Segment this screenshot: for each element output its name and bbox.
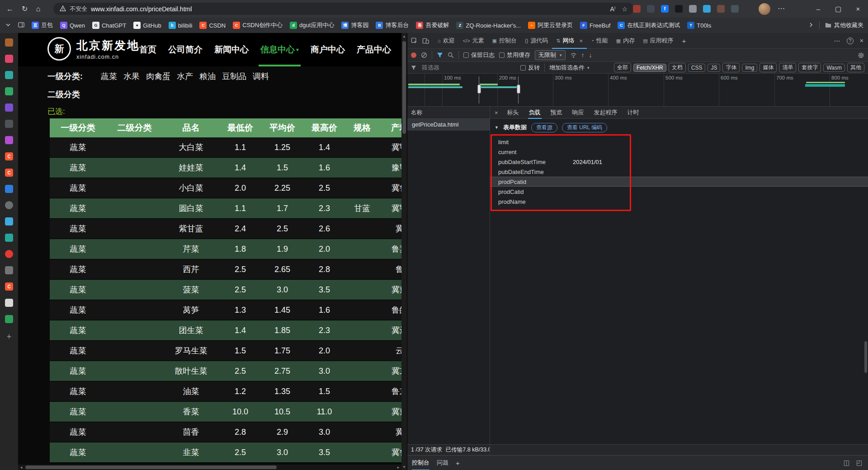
table-row[interactable]: 蔬菜 大白菜 1.1 1.25 1.4 冀鄂 (50, 137, 401, 158)
throttling-select[interactable]: 无限制▾ (535, 50, 566, 60)
settings-gear-icon[interactable] (858, 52, 864, 59)
table-row[interactable]: 蔬菜 娃娃菜 1.4 1.5 1.6 豫鄂 (50, 158, 401, 178)
extension-icon[interactable] (633, 5, 641, 13)
devtools-tab[interactable]: ▣ 控制台 × (488, 33, 521, 49)
drawer-tab[interactable]: 问题 (437, 456, 448, 470)
minimize-button[interactable]: – (808, 0, 828, 18)
category-option[interactable]: 粮油 (199, 71, 216, 82)
bookmark-item[interactable]: T T00ls (687, 22, 711, 29)
filter-icon[interactable] (437, 52, 443, 58)
devtools-more-icon[interactable]: ⋯ (834, 37, 840, 44)
timeline-selection-handle[interactable] (479, 76, 479, 103)
add-drawer-tab-icon[interactable]: + (456, 459, 460, 467)
profile-avatar[interactable] (759, 3, 770, 15)
sidebar-app-icon[interactable] (5, 71, 13, 79)
request-type-filter[interactable]: 字体 (722, 63, 740, 72)
sidebar-app-icon[interactable] (5, 120, 13, 128)
nav-item[interactable]: 首页 ▾ (139, 33, 156, 66)
timeline-selection-handle[interactable] (518, 76, 519, 103)
devtools-tab[interactable]: {} 源代码 × (521, 33, 552, 49)
table-row[interactable]: 蔬菜 紫甘蓝 2.4 2.5 2.6 冀 (50, 219, 401, 239)
table-row[interactable]: 蔬菜 莴笋 1.3 1.45 1.6 鲁皖 (50, 300, 401, 320)
sidebar-app-icon[interactable] (5, 136, 13, 144)
devtools-scrollbar-thumb[interactable] (864, 341, 867, 373)
bookmark-item[interactable]: C CSDN (199, 22, 226, 29)
sidebar-app-icon[interactable] (5, 55, 13, 63)
scroll-left-icon[interactable]: ◂ (18, 465, 24, 470)
name-column-header[interactable]: 名称 (407, 107, 490, 119)
request-type-filter[interactable]: CSS (688, 64, 706, 72)
table-row[interactable]: 蔬菜 散叶生菜 2.5 2.75 3.0 冀京 (50, 361, 401, 381)
other-favorites-folder[interactable]: 其他收藏夹 (825, 21, 863, 29)
table-row[interactable]: 蔬菜 圆白菜 1.1 1.7 2.3 甘蓝 冀鄂 (50, 198, 401, 219)
table-row[interactable]: 蔬菜 团生菜 1.4 1.85 2.3 冀辽 (50, 320, 401, 341)
bookmark-item[interactable]: 豆 豆包 (32, 21, 53, 29)
request-type-filter[interactable]: 清单 (779, 63, 796, 72)
vertical-scrollbar-thumb[interactable] (402, 41, 406, 134)
scroll-down-icon[interactable]: ▾ (401, 464, 407, 470)
devtools-close-icon[interactable]: × (860, 37, 863, 44)
category-option[interactable]: 调料 (253, 71, 269, 82)
extension-icon[interactable] (703, 5, 711, 13)
table-row[interactable]: 蔬菜 菠菜 2.5 3.0 3.5 冀豫 (50, 280, 401, 300)
sidebar-app-icon[interactable] (5, 38, 13, 47)
extension-icon[interactable] (717, 5, 725, 13)
clear-network-log-icon[interactable] (421, 52, 427, 58)
bookmark-item[interactable]: d dgut应用中心 (290, 21, 334, 29)
sidebar-app-icon[interactable] (5, 87, 13, 95)
extension-icon[interactable] (689, 5, 697, 13)
extension-icon[interactable] (647, 5, 655, 13)
horizontal-scrollbar[interactable]: ◂ ▸ (18, 465, 401, 470)
horizontal-scrollbar-thumb[interactable] (25, 465, 277, 469)
sidebar-app-icon[interactable]: C (5, 152, 13, 160)
bookmark-item[interactable]: C CSDN创作中心 (233, 21, 283, 29)
invert-filter-checkbox[interactable]: 反转 (520, 64, 540, 72)
more-filters-dropdown[interactable]: 增加筛选条件▾ (549, 64, 590, 72)
dock-side-icon[interactable]: ◫ (844, 459, 850, 467)
request-type-filter[interactable]: Img (742, 64, 757, 72)
form-data-row[interactable]: prodPcatid (490, 177, 868, 187)
form-data-row[interactable]: prodName (495, 197, 868, 207)
device-toolbar-icon[interactable] (422, 38, 429, 44)
request-type-filter[interactable]: Fetch/XHR (633, 64, 666, 72)
nav-item[interactable]: 商户中心 ▾ (311, 33, 345, 66)
detail-tab[interactable]: 标头 (506, 107, 520, 119)
table-row[interactable]: 蔬菜 芹菜 1.8 1.9 2.0 鲁冀 (50, 239, 401, 259)
layout-icon[interactable]: ◰ (856, 459, 863, 467)
add-tab-icon[interactable]: + (682, 37, 686, 45)
browser-menu-icon[interactable]: ⋯ (778, 4, 785, 13)
form-data-row[interactable]: pubDateEndTime (495, 167, 868, 177)
form-data-row[interactable]: current (495, 147, 868, 157)
network-conditions-icon[interactable] (570, 52, 577, 59)
close-button[interactable]: × (848, 0, 868, 18)
sidebar-app-icon[interactable]: C (5, 169, 13, 177)
column-header[interactable]: 品名 (163, 118, 219, 137)
preserve-log-checkbox[interactable]: 保留日志 (463, 51, 495, 59)
extension-icon[interactable]: f (661, 5, 669, 13)
extension-icon[interactable] (675, 5, 683, 13)
form-data-row[interactable]: pubDateStartTime 2024/01/01 (495, 157, 868, 167)
search-icon[interactable] (448, 52, 454, 58)
bookmark-item[interactable]: ● GitHub (133, 22, 161, 29)
vertical-scrollbar[interactable]: ▴ ▾ (401, 33, 407, 470)
maximize-button[interactable]: ▢ (828, 0, 848, 18)
table-row[interactable]: 蔬菜 罗马生菜 1.5 1.75 2.0 云 (50, 341, 401, 361)
bookmark-item[interactable]: B 博客后台 (376, 21, 409, 29)
request-row[interactable]: getPriceData.html (407, 119, 490, 131)
sidebar-app-icon[interactable] (5, 185, 13, 193)
collapse-triangle-icon[interactable]: ▼ (495, 125, 499, 130)
refresh-icon[interactable]: ↻ (22, 5, 28, 13)
record-network-log-icon[interactable] (411, 52, 416, 58)
form-data-row[interactable]: limit (495, 137, 868, 147)
devtools-tab[interactable]: ⇅ 网络 × (552, 33, 587, 49)
table-row[interactable]: 蔬菜 香菜 10.0 10.5 11.0 冀豫 (50, 402, 401, 422)
nav-item[interactable]: 公司简介 ▾ (168, 33, 203, 66)
inspect-element-icon[interactable] (411, 38, 418, 44)
close-tab-icon[interactable]: × (580, 38, 583, 44)
bookmark-item[interactable]: F FreeBuf (580, 22, 610, 29)
table-row[interactable]: 蔬菜 西芹 2.5 2.65 2.8 鲁 (50, 259, 401, 280)
nav-item[interactable]: 新闻中心 ▾ (214, 33, 249, 66)
bookmark-item[interactable]: Z ZQ-Rooie-Hacker's... (456, 22, 521, 29)
column-header[interactable]: 平均价 (261, 118, 303, 137)
column-header[interactable]: 最低价 (219, 118, 261, 137)
